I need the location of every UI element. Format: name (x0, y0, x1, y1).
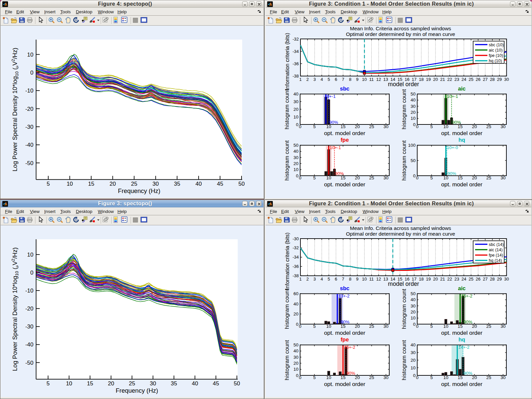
svg-text:0: 0 (416, 324, 419, 329)
svg-text:Information criteria (bits): Information criteria (bits) (284, 33, 290, 90)
svg-text:-36: -36 (292, 61, 299, 66)
svg-text:90%: 90% (464, 319, 472, 324)
svg-text:25: 25 (369, 324, 374, 329)
svg-text:6: 6 (335, 77, 337, 82)
svg-text:27: 27 (483, 77, 487, 82)
svg-text:8: 8 (349, 77, 351, 82)
svg-text:26: 26 (476, 77, 480, 82)
svg-text:40: 40 (293, 92, 298, 97)
svg-text:5: 5 (313, 175, 316, 180)
svg-text:Optimal order determined by mi: Optimal order determined by min of mean … (346, 231, 455, 237)
svg-text:30: 30 (293, 99, 298, 104)
svg-text:Information criteria (bits): Information criteria (bits) (284, 233, 290, 290)
svg-text:22: 22 (447, 77, 452, 82)
svg-text:0: 0 (296, 373, 298, 378)
svg-text:28: 28 (490, 77, 495, 82)
svg-text:35: 35 (174, 181, 180, 187)
svg-text:50: 50 (234, 380, 240, 387)
svg-text:aic (14): aic (14) (489, 248, 503, 252)
svg-text:10+-1: 10+-1 (330, 145, 341, 150)
svg-text:histogram count: histogram count (284, 340, 290, 380)
svg-text:28: 28 (490, 277, 495, 282)
svg-text:15: 15 (340, 124, 345, 129)
svg-text:5: 5 (328, 277, 330, 282)
svg-text:20: 20 (472, 324, 477, 329)
svg-text:7: 7 (342, 277, 344, 282)
svg-text:opt. model order: opt. model order (324, 381, 365, 387)
svg-text:-50: -50 (25, 160, 34, 166)
svg-text:18: 18 (419, 77, 424, 82)
svg-text:-50: -50 (25, 360, 34, 366)
svg-text:3: 3 (313, 77, 316, 82)
svg-text:0: 0 (30, 70, 33, 76)
svg-text:-10: -10 (25, 288, 34, 294)
svg-text:26: 26 (476, 277, 480, 282)
svg-text:0: 0 (296, 173, 298, 178)
svg-text:-32: -32 (292, 37, 299, 42)
svg-text:0: 0 (413, 322, 416, 327)
svg-text:histogram count: histogram count (401, 140, 408, 180)
svg-text:fpe (10): fpe (10) (489, 53, 503, 58)
svg-text:20: 20 (293, 161, 298, 166)
svg-text:50: 50 (293, 143, 298, 148)
svg-text:0: 0 (299, 324, 301, 329)
svg-text:histogram count: histogram count (284, 289, 290, 329)
svg-text:30: 30 (500, 175, 505, 180)
svg-text:histogram count: histogram count (284, 140, 290, 180)
svg-text:5: 5 (430, 175, 433, 180)
svg-text:10: 10 (27, 252, 34, 258)
svg-text:Log Power Spectral Density 10*: Log Power Spectral Density 10*log10 (µV2… (11, 48, 19, 171)
svg-text:-40: -40 (25, 341, 34, 348)
svg-text:0: 0 (299, 175, 301, 180)
svg-text:40: 40 (192, 380, 198, 387)
svg-text:1: 1 (299, 77, 301, 82)
svg-text:19: 19 (426, 277, 431, 282)
svg-text:10: 10 (362, 77, 367, 82)
svg-text:10: 10 (326, 324, 331, 329)
svg-text:29: 29 (497, 277, 502, 282)
svg-text:0: 0 (416, 175, 419, 180)
svg-text:opt. model order: opt. model order (324, 130, 365, 136)
svg-text:30: 30 (411, 350, 416, 355)
svg-text:30: 30 (383, 175, 388, 180)
svg-text:5: 5 (313, 375, 316, 380)
svg-text:30: 30 (150, 380, 156, 387)
svg-text:-30: -30 (292, 236, 299, 241)
svg-text:Log Power Spectral Density 10*: Log Power Spectral Density 10*log10 (µV2… (11, 247, 19, 371)
svg-text:25: 25 (468, 77, 473, 82)
svg-text:0: 0 (296, 122, 298, 127)
svg-text:histogram count: histogram count (401, 289, 408, 329)
svg-text:30: 30 (411, 303, 416, 308)
svg-text:model order: model order (388, 81, 419, 88)
svg-text:25: 25 (486, 324, 491, 329)
svg-text:40: 40 (195, 181, 202, 187)
svg-text:20: 20 (472, 175, 477, 180)
svg-text:50: 50 (411, 158, 416, 163)
svg-text:20: 20 (293, 311, 298, 316)
svg-text:30: 30 (504, 77, 509, 82)
svg-text:19: 19 (426, 77, 431, 82)
svg-text:20: 20 (411, 309, 416, 314)
svg-text:25: 25 (486, 175, 491, 180)
svg-text:4: 4 (320, 277, 323, 282)
svg-text:30: 30 (152, 181, 159, 187)
svg-text:sbc (14): sbc (14) (489, 242, 504, 247)
svg-text:10: 10 (67, 181, 73, 187)
svg-text:-30: -30 (25, 323, 34, 330)
svg-text:20: 20 (472, 124, 477, 129)
svg-text:23: 23 (454, 77, 459, 82)
svg-text:30: 30 (500, 375, 505, 380)
svg-text:30: 30 (383, 375, 388, 380)
svg-text:0: 0 (413, 373, 416, 378)
svg-text:22: 22 (447, 277, 452, 282)
svg-text:-38: -38 (292, 273, 299, 278)
svg-text:20: 20 (411, 358, 416, 363)
svg-text:hq (14): hq (14) (489, 258, 502, 263)
svg-text:20: 20 (355, 375, 360, 380)
svg-text:opt. model order: opt. model order (441, 130, 482, 136)
svg-text:-34: -34 (292, 49, 299, 54)
svg-text:30: 30 (411, 104, 416, 109)
svg-text:fpe (14): fpe (14) (489, 253, 503, 258)
svg-text:10: 10 (411, 116, 416, 121)
svg-text:15+-2: 15+-2 (344, 345, 355, 350)
